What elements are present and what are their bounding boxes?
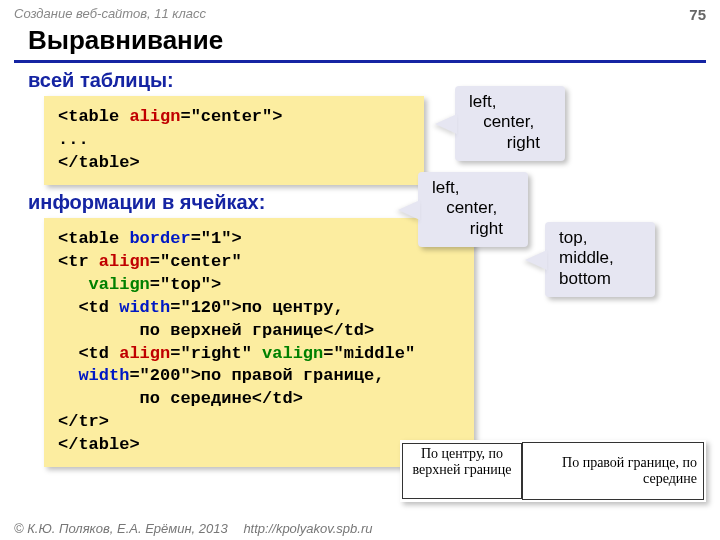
code-attr: width [119,298,170,317]
code-text: ="middle" [323,344,415,363]
copyright: © К.Ю. Поляков, Е.А. Ерёмин, 2013 [14,521,228,536]
code-attr: align [99,252,150,271]
section-cell-info: информации в ячейках: [0,191,720,214]
code-attr: border [129,229,190,248]
code-text [58,366,78,385]
code-text: ... [58,130,89,149]
code-text: ="200">по правой границе, [129,366,384,385]
example-cell-1: По центру, по верхней границе [402,443,522,499]
code-text: ="120">по центру, [170,298,343,317]
code-text: ="top"> [150,275,221,294]
code-text: ="right" [170,344,262,363]
code-text: table [68,107,129,126]
page-number: 75 [689,6,706,23]
code-text: < [58,107,68,126]
callout-line: right [469,133,551,153]
code-text: </table> [58,153,140,172]
code-text: </table> [58,435,140,454]
callout-line: top, [559,228,641,248]
code-attr: align [119,344,170,363]
code-text: ="1"> [191,229,242,248]
title-rule [14,60,706,63]
rendered-example-table: По центру, по верхней границе По правой … [400,440,706,502]
callout-tail-icon [398,200,420,220]
footer-url: http://kpolyakov.spb.ru [243,521,372,536]
table-row: По центру, по верхней границе По правой … [402,443,704,500]
code-text: <table [58,229,129,248]
code-block-table-align: <table align="center"> ... </table> [44,96,424,185]
callout-tail-icon [525,250,547,270]
callout-valign-values: top, middle, bottom [545,222,655,297]
slide-header: Создание веб-сайтов, 11 класс 75 [0,0,720,25]
example-cell-2: По правой границе, по середине [523,443,704,500]
callout-align-values-2: left, center, right [418,172,528,247]
section-whole-table: всей таблицы: [0,69,720,92]
code-text: <tr [58,252,99,271]
callout-line: center, [469,112,551,132]
code-text: по верхней границе</td> [58,321,374,340]
example-cell-2-text: По правой границе, по середине [523,443,703,499]
course-label: Создание веб-сайтов, 11 класс [14,6,206,23]
callout-line: right [432,219,514,239]
page-title: Выравнивание [0,25,720,60]
code-attr: valign [89,275,150,294]
callout-align-values: left, center, right [455,86,565,161]
code-block-cells: <table border="1"> <tr align="center" va… [44,218,474,467]
code-attr: valign [262,344,323,363]
slide-footer: © К.Ю. Поляков, Е.А. Ерёмин, 2013 http:/… [14,521,372,536]
callout-line: bottom [559,269,641,289]
callout-line: center, [432,198,514,218]
code-text: ="center" [150,252,242,271]
code-text: по середине</td> [58,389,303,408]
code-text: ="center"> [180,107,282,126]
code-text [58,275,89,294]
code-attr: align [129,107,180,126]
callout-tail-icon [435,114,457,134]
callout-line: middle, [559,248,641,268]
code-text: <td [58,298,119,317]
callout-line: left, [469,92,551,112]
code-text: </tr> [58,412,109,431]
code-attr: width [78,366,129,385]
code-text: <td [58,344,119,363]
callout-line: left, [432,178,514,198]
